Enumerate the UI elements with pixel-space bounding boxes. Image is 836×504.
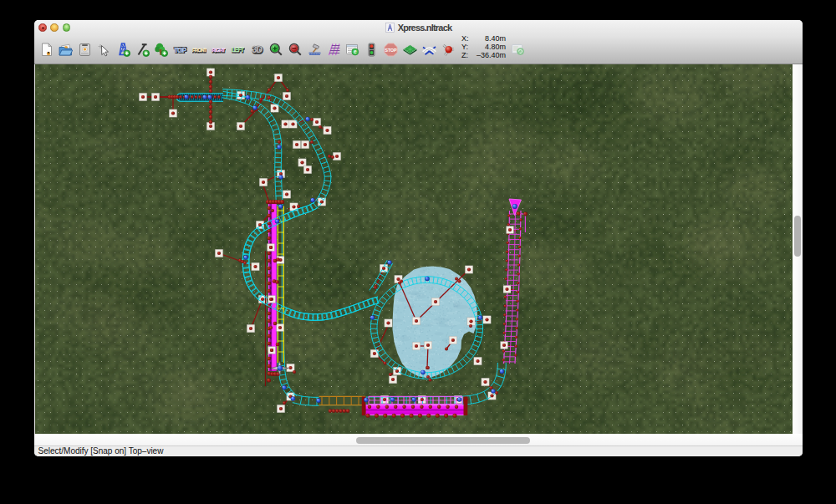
svg-text:RIGHT: RIGHT	[212, 48, 226, 53]
svg-text:STOP: STOP	[385, 48, 398, 53]
svg-text:FRONT: FRONT	[192, 48, 206, 53]
svg-text:3D: 3D	[252, 44, 263, 54]
svg-text:LEFT: LEFT	[232, 47, 245, 53]
svg-text:TOP: TOP	[174, 46, 187, 54]
svg-text:e: e	[354, 48, 357, 54]
